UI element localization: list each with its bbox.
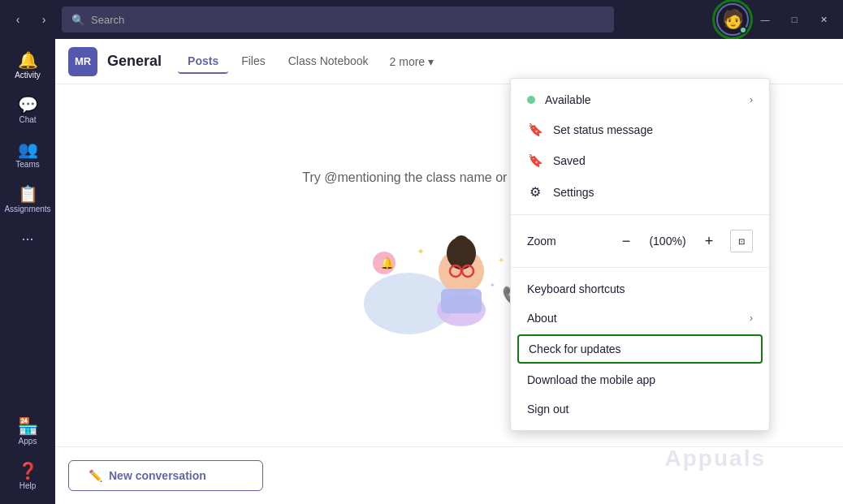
content-area: MR General Posts Files Class Notebook 2 … <box>55 39 843 504</box>
about-label: About <box>527 312 557 325</box>
tab-class-notebook[interactable]: Class Notebook <box>279 50 378 74</box>
search-bar[interactable]: 🔍 Search <box>62 6 614 32</box>
status-message-label: Set status message <box>553 123 653 136</box>
nav-buttons: ‹ › <box>6 8 55 31</box>
back-button[interactable]: ‹ <box>6 8 29 31</box>
channel-avatar: MR <box>68 47 97 76</box>
download-mobile-label: Download the mobile app <box>527 373 655 386</box>
forward-button[interactable]: › <box>32 8 55 31</box>
zoom-fit-button[interactable]: ⊡ <box>730 230 753 252</box>
menu-item-keyboard-shortcuts[interactable]: Keyboard shortcuts <box>511 274 769 304</box>
menu-item-available[interactable]: Available › <box>511 85 769 114</box>
available-status-icon <box>527 96 535 104</box>
status-message-icon: 🔖 <box>527 123 543 137</box>
sidebar-item-activity[interactable]: 🔔 Activity <box>5 45 50 87</box>
svg-text:✦: ✦ <box>417 246 425 257</box>
menu-item-sign-out[interactable]: Sign out <box>511 394 769 424</box>
svg-text:✦: ✦ <box>498 256 504 265</box>
sidebar-item-label-teams: Teams <box>15 160 39 170</box>
channel-name: General <box>107 53 162 70</box>
menu-item-check-updates[interactable]: Check for updates <box>517 334 763 364</box>
svg-point-3 <box>453 235 469 252</box>
profile-status-indicator <box>739 26 747 34</box>
main-layout: 🔔 Activity 💬 Chat 👥 Teams 📋 Assignments … <box>0 39 843 504</box>
sign-out-label: Sign out <box>527 403 568 416</box>
menu-item-saved[interactable]: 🔖 Saved <box>511 145 769 176</box>
tab-files[interactable]: Files <box>231 50 275 74</box>
zoom-increase-button[interactable]: + <box>698 230 720 252</box>
sidebar-more-button[interactable]: ··· <box>15 224 40 254</box>
menu-item-settings[interactable]: ⚙ Settings <box>511 176 769 208</box>
sidebar-item-label-activity: Activity <box>15 71 41 80</box>
sidebar-item-label-assignments: Assignments <box>4 205 50 214</box>
assignments-icon: 📋 <box>18 186 38 202</box>
activity-icon: 🔔 <box>18 52 38 68</box>
svg-text:✦: ✦ <box>490 282 495 289</box>
profile-button[interactable]: 🧑 <box>716 3 749 36</box>
sidebar-item-help[interactable]: ❓ Help <box>5 456 50 498</box>
menu-item-download-mobile[interactable]: Download the mobile app <box>511 365 769 394</box>
zoom-label: Zoom <box>527 235 556 248</box>
available-arrow-icon: › <box>750 94 753 106</box>
keyboard-shortcuts-label: Keyboard shortcuts <box>527 282 625 295</box>
dropdown-menu: Available › 🔖 Set status message 🔖 Saved… <box>510 78 770 431</box>
zoom-row: Zoom − (100%) + ⊡ <box>511 222 769 261</box>
svg-rect-8 <box>441 289 482 313</box>
settings-icon: ⚙ <box>527 184 543 200</box>
window-controls: 🧑 — □ ✕ <box>716 3 837 36</box>
saved-icon: 🔖 <box>527 153 543 168</box>
new-conversation-button[interactable]: ✏️ New conversation <box>68 460 263 491</box>
menu-item-set-status[interactable]: 🔖 Set status message <box>511 114 769 145</box>
tab-posts[interactable]: Posts <box>178 50 228 74</box>
sidebar-item-teams[interactable]: 👥 Teams <box>5 135 50 176</box>
search-icon: 🔍 <box>71 14 84 26</box>
compose-icon: ✏️ <box>89 469 102 482</box>
sidebar-item-label-apps: Apps <box>19 437 37 446</box>
close-button[interactable]: ✕ <box>811 8 837 31</box>
apps-icon: 🏪 <box>18 418 38 434</box>
zoom-controls: − (100%) + ⊡ <box>615 230 753 252</box>
sidebar-item-chat[interactable]: 💬 Chat <box>5 90 50 131</box>
sidebar-item-apps[interactable]: 🏪 Apps <box>5 411 50 453</box>
sidebar-item-label-chat: Chat <box>19 115 36 125</box>
settings-label: Settings <box>553 186 594 199</box>
menu-divider-1 <box>511 214 769 215</box>
chat-icon: 💬 <box>18 97 38 113</box>
maximize-button[interactable]: □ <box>781 8 807 31</box>
menu-divider-2 <box>511 267 769 268</box>
title-bar: ‹ › 🔍 Search 🧑 — □ ✕ <box>0 0 843 39</box>
channel-footer: ✏️ New conversation <box>55 446 843 504</box>
help-icon: ❓ <box>18 463 38 479</box>
new-conversation-label: New conversation <box>109 469 206 482</box>
zoom-value: (100%) <box>647 235 688 248</box>
search-placeholder: Search <box>91 14 124 26</box>
saved-label: Saved <box>553 154 586 167</box>
more-tabs-label: 2 more <box>390 55 426 68</box>
available-label: Available <box>545 93 591 106</box>
teams-icon: 👥 <box>18 141 38 157</box>
svg-text:🔔: 🔔 <box>380 256 395 270</box>
channel-tabs: Posts Files Class Notebook 2 more ▾ <box>178 50 442 73</box>
tab-more[interactable]: 2 more ▾ <box>382 52 443 71</box>
sidebar-item-label-help: Help <box>19 481 37 491</box>
check-for-updates-label: Check for updates <box>529 342 621 355</box>
menu-item-about[interactable]: About › <box>511 304 769 333</box>
about-arrow-icon: › <box>750 312 753 324</box>
sidebar-item-assignments[interactable]: 📋 Assignments <box>5 179 50 221</box>
minimize-button[interactable]: — <box>752 8 778 31</box>
sidebar: 🔔 Activity 💬 Chat 👥 Teams 📋 Assignments … <box>0 39 55 504</box>
zoom-decrease-button[interactable]: − <box>615 230 638 252</box>
chevron-down-icon: ▾ <box>428 55 434 68</box>
